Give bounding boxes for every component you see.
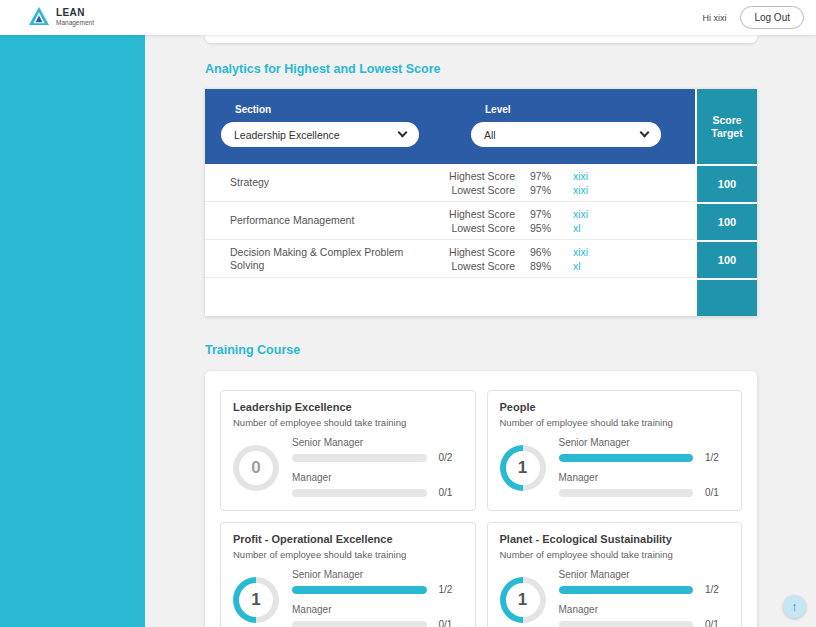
progress-value: 0/1 — [705, 619, 729, 627]
score-target-value: 100 — [697, 240, 757, 278]
training-card-subtitle: Number of employee should take training — [233, 417, 463, 428]
training-card: Profit - Operational Excellence Number o… — [220, 522, 476, 627]
logo-subtitle: Management — [56, 20, 94, 27]
progress-value: 0/1 — [439, 619, 463, 627]
progress-bar-fill — [559, 454, 694, 462]
lean-logo-icon — [28, 6, 50, 30]
score-target-value: 100 — [697, 164, 757, 202]
score-target-column: Score Target 100 100 100 — [695, 89, 757, 316]
lowest-score-value: 97% — [530, 183, 573, 197]
app-logo[interactable]: LEAN Management — [28, 6, 94, 30]
training-card-title: People — [500, 401, 730, 413]
table-row: Performance Management Highest Score Low… — [205, 201, 695, 239]
role-label: Manager — [292, 472, 463, 483]
highest-score-value: 96% — [530, 245, 573, 259]
progress-value: 0/1 — [705, 487, 729, 498]
progress-bar-fill — [292, 586, 427, 594]
highest-score-user-link[interactable]: xixi — [573, 207, 588, 221]
progress-ring-count: 0 — [239, 451, 273, 485]
training-card-subtitle: Number of employee should take training — [500, 417, 730, 428]
role-label: Senior Manager — [559, 437, 730, 448]
role-label: Senior Manager — [292, 437, 463, 448]
level-select[interactable]: All — [471, 122, 661, 147]
progress-bar — [292, 489, 427, 497]
training-card: Leadership Excellence Number of employee… — [220, 390, 476, 511]
highest-score-label: Highest Score — [430, 207, 515, 221]
top-bar: LEAN Management Hi xixi Log Out — [0, 0, 816, 35]
analytics-table: Section Leadership Excellence Level All — [205, 89, 757, 316]
progress-ring-count: 1 — [506, 583, 540, 617]
logo-title: LEAN — [56, 8, 94, 18]
progress-bar — [559, 489, 694, 497]
lowest-score-label: Lowest Score — [430, 183, 515, 197]
chevron-down-icon — [398, 128, 408, 138]
training-card: Planet - Ecological Sustainability Numbe… — [487, 522, 743, 627]
lowest-score-value: 89% — [530, 259, 573, 273]
lowest-score-user-link[interactable]: xl — [573, 221, 581, 235]
lowest-score-value: 95% — [530, 221, 573, 235]
analytics-heading: Analytics for Highest and Lowest Score — [205, 62, 757, 76]
user-greeting: Hi xixi — [702, 13, 726, 23]
progress-ring: 1 — [500, 445, 546, 491]
section-select-value: Leadership Excellence — [234, 129, 340, 141]
progress-bar — [292, 586, 427, 594]
level-select-value: All — [484, 129, 496, 141]
role-label: Manager — [559, 604, 730, 615]
highest-score-label: Highest Score — [430, 245, 515, 259]
progress-ring-count: 1 — [506, 451, 540, 485]
role-label: Senior Manager — [292, 569, 463, 580]
training-card: People Number of employee should take tr… — [487, 390, 743, 511]
row-section-name: Performance Management — [230, 214, 430, 227]
table-row: Strategy Highest Score Lowest Score 97% … — [205, 164, 695, 201]
lowest-score-label: Lowest Score — [430, 221, 515, 235]
section-select[interactable]: Leadership Excellence — [221, 122, 419, 147]
progress-value: 1/2 — [705, 452, 729, 463]
progress-value: 0/1 — [439, 487, 463, 498]
table-filter-header: Section Leadership Excellence Level All — [205, 89, 695, 164]
score-target-empty-cell — [697, 278, 757, 316]
progress-bar — [559, 621, 694, 627]
highest-score-value: 97% — [530, 169, 573, 183]
highest-score-user-link[interactable]: xixi — [573, 245, 588, 259]
sidebar — [0, 35, 145, 627]
progress-ring: 1 — [500, 577, 546, 623]
progress-ring: 0 — [233, 445, 279, 491]
progress-ring: 1 — [233, 577, 279, 623]
progress-value: 1/2 — [705, 584, 729, 595]
lowest-score-label: Lowest Score — [430, 259, 515, 273]
training-card-subtitle: Number of employee should take training — [233, 549, 463, 560]
progress-bar — [292, 621, 427, 627]
chevron-down-icon — [640, 128, 650, 138]
highest-score-value: 97% — [530, 207, 573, 221]
progress-bar-fill — [559, 586, 694, 594]
training-card-title: Leadership Excellence — [233, 401, 463, 413]
scroll-to-top-button[interactable]: ↑ — [783, 595, 806, 618]
highest-score-user-link[interactable]: xixi — [573, 169, 588, 183]
row-section-name: Decision Making & Complex Problem Solvin… — [230, 246, 430, 272]
main-content: Analytics for Highest and Lowest Score S… — [145, 35, 816, 627]
previous-card-edge — [205, 35, 757, 43]
lowest-score-user-link[interactable]: xixi — [573, 183, 588, 197]
highest-score-label: Highest Score — [430, 169, 515, 183]
lowest-score-user-link[interactable]: xl — [573, 259, 581, 273]
progress-bar — [559, 586, 694, 594]
progress-value: 1/2 — [439, 584, 463, 595]
progress-value: 0/2 — [439, 452, 463, 463]
table-row-empty — [205, 277, 695, 316]
training-card-title: Planet - Ecological Sustainability — [500, 533, 730, 545]
progress-ring-count: 1 — [239, 583, 273, 617]
role-label: Senior Manager — [559, 569, 730, 580]
training-card-subtitle: Number of employee should take training — [500, 549, 730, 560]
progress-bar — [292, 454, 427, 462]
training-course-panel: Leadership Excellence Number of employee… — [205, 371, 757, 627]
role-label: Manager — [559, 472, 730, 483]
level-filter-label: Level — [485, 104, 661, 115]
training-heading: Training Course — [205, 343, 757, 357]
score-target-header: Score Target — [697, 89, 757, 164]
training-card-title: Profit - Operational Excellence — [233, 533, 463, 545]
logout-button[interactable]: Log Out — [740, 6, 804, 29]
progress-bar — [559, 454, 694, 462]
table-row: Decision Making & Complex Problem Solvin… — [205, 239, 695, 277]
row-section-name: Strategy — [230, 176, 430, 189]
section-filter-label: Section — [235, 104, 419, 115]
